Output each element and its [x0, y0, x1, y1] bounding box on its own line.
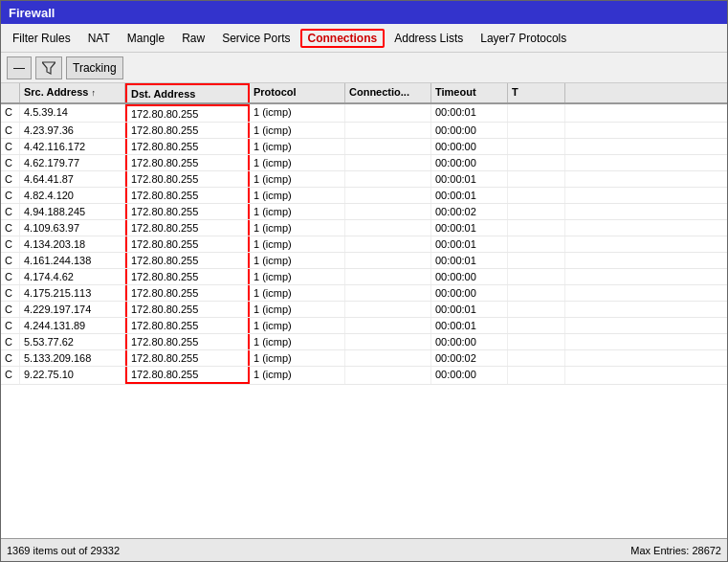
- filter-button[interactable]: [35, 56, 62, 79]
- cell-dst: 172.80.80.255: [125, 104, 250, 122]
- cell-t: [508, 104, 565, 122]
- cell-connection: [345, 350, 431, 366]
- cell-t: [508, 236, 565, 252]
- cell-timeout: 00:00:00: [431, 269, 508, 284]
- table-row[interactable]: C 4.109.63.97 172.80.80.255 1 (icmp) 00:…: [1, 220, 727, 236]
- table-row[interactable]: C 4.82.4.120 172.80.80.255 1 (icmp) 00:0…: [1, 188, 727, 204]
- cell-connection: [345, 204, 431, 219]
- cell-timeout: 00:00:01: [431, 188, 508, 203]
- table-row[interactable]: C 4.174.4.62 172.80.80.255 1 (icmp) 00:0…: [1, 269, 727, 285]
- menu-service-ports[interactable]: Service Ports: [214, 29, 298, 48]
- cell-flag: C: [1, 302, 20, 317]
- cell-protocol: 1 (icmp): [250, 269, 345, 284]
- cell-t: [508, 269, 565, 284]
- cell-flag: C: [1, 236, 20, 252]
- cell-dst: 172.80.80.255: [125, 302, 250, 317]
- col-header-src[interactable]: Src. Address ↑: [20, 83, 125, 102]
- sort-indicator: ↑: [92, 88, 97, 98]
- cell-flag: C: [1, 123, 20, 138]
- max-entries: Max Entries: 28672: [630, 545, 721, 556]
- menu-nat[interactable]: NAT: [80, 29, 118, 48]
- cell-t: [508, 204, 565, 219]
- table-row[interactable]: C 4.42.116.172 172.80.80.255 1 (icmp) 00…: [1, 139, 727, 155]
- tracking-button[interactable]: Tracking: [66, 56, 123, 79]
- cell-src: 4.229.197.174: [20, 302, 125, 317]
- cell-dst: 172.80.80.255: [125, 171, 250, 187]
- table-row[interactable]: C 4.62.179.77 172.80.80.255 1 (icmp) 00:…: [1, 155, 727, 171]
- cell-dst: 172.80.80.255: [125, 269, 250, 284]
- cell-flag: C: [1, 318, 20, 333]
- table-row[interactable]: C 4.229.197.174 172.80.80.255 1 (icmp) 0…: [1, 302, 727, 318]
- cell-t: [508, 188, 565, 203]
- menu-mangle[interactable]: Mangle: [120, 29, 172, 48]
- cell-src: 4.64.41.87: [20, 171, 125, 187]
- connections-table: Src. Address ↑ Dst. Address Protocol Con…: [1, 83, 727, 538]
- cell-t: [508, 253, 565, 268]
- table-row[interactable]: C 5.53.77.62 172.80.80.255 1 (icmp) 00:0…: [1, 334, 727, 350]
- cell-t: [508, 123, 565, 138]
- table-row[interactable]: C 4.175.215.113 172.80.80.255 1 (icmp) 0…: [1, 285, 727, 302]
- cell-connection: [345, 253, 431, 268]
- table-row[interactable]: C 4.64.41.87 172.80.80.255 1 (icmp) 00:0…: [1, 171, 727, 188]
- col-header-timeout[interactable]: Timeout: [431, 83, 508, 102]
- cell-protocol: 1 (icmp): [250, 104, 345, 122]
- status-bar: 1369 items out of 29332 Max Entries: 286…: [1, 538, 727, 561]
- table-row[interactable]: C 4.244.131.89 172.80.80.255 1 (icmp) 00…: [1, 318, 727, 334]
- cell-src: 4.62.179.77: [20, 155, 125, 170]
- col-header-protocol[interactable]: Protocol: [250, 83, 345, 102]
- cell-src: 4.94.188.245: [20, 204, 125, 219]
- menu-raw[interactable]: Raw: [174, 29, 212, 48]
- cell-connection: [345, 318, 431, 333]
- cell-connection: [345, 269, 431, 284]
- table-row[interactable]: C 4.23.97.36 172.80.80.255 1 (icmp) 00:0…: [1, 123, 727, 139]
- col-header-t[interactable]: T: [508, 83, 565, 102]
- col-header-dst[interactable]: Dst. Address: [125, 83, 250, 102]
- cell-timeout: 00:00:02: [431, 350, 508, 366]
- items-count: 1369 items out of 29332: [7, 545, 120, 556]
- menu-filter-rules[interactable]: Filter Rules: [5, 29, 78, 48]
- cell-connection: [345, 139, 431, 154]
- cell-connection: [345, 104, 431, 122]
- cell-src: 5.133.209.168: [20, 350, 125, 366]
- cell-timeout: 00:00:00: [431, 139, 508, 154]
- table-row[interactable]: C 4.5.39.14 172.80.80.255 1 (icmp) 00:00…: [1, 104, 727, 123]
- cell-timeout: 00:00:00: [431, 123, 508, 138]
- cell-src: 4.109.63.97: [20, 220, 125, 236]
- cell-src: 4.175.215.113: [20, 285, 125, 301]
- cell-timeout: 00:00:01: [431, 253, 508, 268]
- cell-dst: 172.80.80.255: [125, 253, 250, 268]
- table-body[interactable]: C 4.5.39.14 172.80.80.255 1 (icmp) 00:00…: [1, 104, 727, 538]
- cell-protocol: 1 (icmp): [250, 236, 345, 252]
- cell-protocol: 1 (icmp): [250, 253, 345, 268]
- cell-protocol: 1 (icmp): [250, 155, 345, 170]
- cell-protocol: 1 (icmp): [250, 367, 345, 384]
- table-row[interactable]: C 4.161.244.138 172.80.80.255 1 (icmp) 0…: [1, 253, 727, 269]
- cell-connection: [345, 334, 431, 349]
- cell-connection: [345, 285, 431, 301]
- cell-t: [508, 302, 565, 317]
- cell-protocol: 1 (icmp): [250, 220, 345, 236]
- cell-t: [508, 220, 565, 236]
- menu-address-lists[interactable]: Address Lists: [386, 29, 471, 48]
- table-row[interactable]: C 9.22.75.10 172.80.80.255 1 (icmp) 00:0…: [1, 367, 727, 385]
- cell-dst: 172.80.80.255: [125, 139, 250, 154]
- table-row[interactable]: C 4.94.188.245 172.80.80.255 1 (icmp) 00…: [1, 204, 727, 220]
- cell-protocol: 1 (icmp): [250, 302, 345, 317]
- title-bar: Firewall: [1, 1, 727, 24]
- col-header-flag[interactable]: [1, 83, 20, 102]
- cell-connection: [345, 188, 431, 203]
- cell-t: [508, 139, 565, 154]
- table-row[interactable]: C 4.134.203.18 172.80.80.255 1 (icmp) 00…: [1, 236, 727, 253]
- cell-protocol: 1 (icmp): [250, 334, 345, 349]
- cell-dst: 172.80.80.255: [125, 204, 250, 219]
- menu-layer7-protocols[interactable]: Layer7 Protocols: [473, 29, 574, 48]
- cell-src: 4.174.4.62: [20, 269, 125, 284]
- minus-button[interactable]: —: [7, 56, 32, 79]
- cell-dst: 172.80.80.255: [125, 155, 250, 170]
- cell-connection: [345, 171, 431, 187]
- menu-connections[interactable]: Connections: [300, 29, 386, 48]
- cell-connection: [345, 236, 431, 252]
- cell-protocol: 1 (icmp): [250, 350, 345, 366]
- col-header-connection[interactable]: Connectio...: [345, 83, 431, 102]
- table-row[interactable]: C 5.133.209.168 172.80.80.255 1 (icmp) 0…: [1, 350, 727, 367]
